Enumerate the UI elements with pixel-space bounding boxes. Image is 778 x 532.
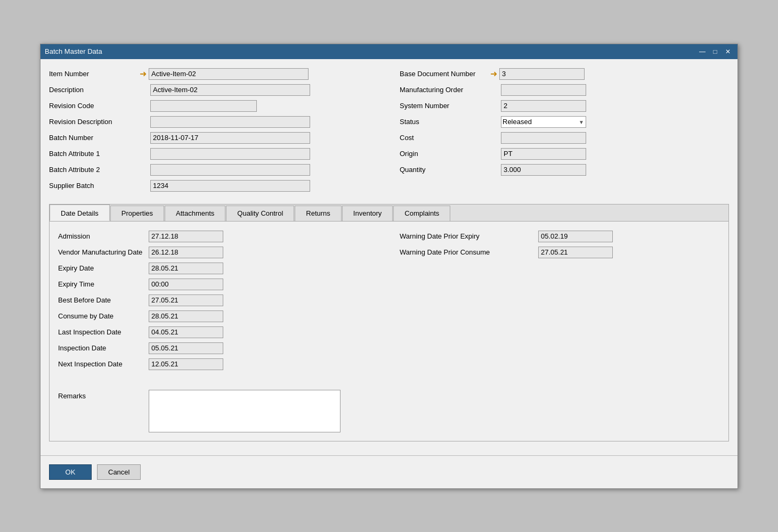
tabs-container: Date Details Properties Attachments Qual… — [49, 204, 729, 441]
date-details-right: Warning Date Prior Expiry Warning Date P… — [400, 230, 720, 374]
warning-date-prior-consume-row: Warning Date Prior Consume — [400, 246, 720, 259]
status-select[interactable]: Released Locked Restricted — [501, 116, 586, 128]
batch-number-label: Batch Number — [49, 134, 140, 142]
origin-row: Origin — [400, 148, 729, 160]
status-select-wrapper: Released Locked Restricted — [501, 116, 586, 128]
warning-date-prior-consume-input[interactable] — [538, 247, 613, 258]
batch-attribute1-input[interactable] — [150, 148, 310, 160]
vendor-manufacturing-date-label: Vendor Manufacturing Date — [58, 248, 149, 256]
tab-returns[interactable]: Returns — [295, 206, 342, 221]
manufacturing-order-row: Manufacturing Order — [400, 84, 729, 96]
remarks-label: Remarks — [58, 390, 149, 400]
supplier-batch-label: Supplier Batch — [49, 182, 140, 190]
window-controls: — □ ✕ — [697, 47, 733, 56]
origin-input[interactable] — [501, 148, 586, 160]
admission-row: Admission — [58, 230, 378, 243]
tab-inventory[interactable]: Inventory — [342, 206, 393, 221]
tab-date-details[interactable]: Date Details — [50, 204, 110, 221]
manufacturing-order-input[interactable] — [501, 84, 586, 96]
remarks-section: Remarks — [58, 390, 720, 432]
item-number-input[interactable] — [149, 68, 309, 80]
warning-date-prior-expiry-label: Warning Date Prior Expiry — [400, 232, 538, 240]
status-label: Status — [400, 118, 490, 126]
tabs-header: Date Details Properties Attachments Qual… — [50, 204, 728, 222]
base-document-arrow-icon: ➜ — [490, 69, 497, 79]
consume-by-date-label: Consume by Date — [58, 312, 149, 320]
cost-input[interactable] — [501, 132, 586, 144]
main-content: Item Number ➜ Description Revision Code … — [40, 59, 738, 455]
inspection-date-label: Inspection Date — [58, 344, 149, 352]
warning-date-prior-expiry-input[interactable] — [538, 231, 613, 242]
warning-date-prior-consume-label: Warning Date Prior Consume — [400, 248, 538, 256]
batch-attribute1-label: Batch Attribute 1 — [49, 150, 140, 158]
footer: OK Cancel — [40, 456, 738, 488]
form-left-column: Item Number ➜ Description Revision Code … — [49, 68, 378, 195]
supplier-batch-input[interactable] — [150, 180, 310, 192]
tab-attachments[interactable]: Attachments — [165, 206, 225, 221]
revision-description-input[interactable] — [150, 116, 310, 128]
last-inspection-date-label: Last Inspection Date — [58, 328, 149, 336]
close-button[interactable]: ✕ — [723, 47, 733, 56]
batch-attribute2-label: Batch Attribute 2 — [49, 166, 140, 174]
item-number-arrow-icon: ➜ — [140, 69, 147, 79]
minimize-button[interactable]: — — [697, 47, 708, 56]
next-inspection-date-input[interactable] — [149, 358, 223, 370]
manufacturing-order-label: Manufacturing Order — [400, 86, 490, 94]
admission-label: Admission — [58, 232, 149, 240]
expiry-time-input[interactable] — [149, 279, 223, 290]
quantity-label: Quantity — [400, 166, 490, 174]
revision-description-label: Revision Description — [49, 118, 140, 126]
consume-by-date-input[interactable] — [149, 310, 223, 322]
batch-number-input[interactable] — [150, 132, 310, 144]
base-document-label: Base Document Number — [400, 70, 490, 78]
last-inspection-date-input[interactable] — [149, 326, 223, 338]
revision-code-input[interactable] — [150, 100, 257, 112]
tab-quality-control[interactable]: Quality Control — [226, 206, 294, 221]
description-label: Description — [49, 86, 140, 94]
batch-attribute2-input[interactable] — [150, 164, 310, 176]
system-number-input[interactable] — [501, 100, 586, 112]
expiry-date-input[interactable] — [149, 263, 223, 274]
inspection-date-row: Inspection Date — [58, 342, 378, 355]
cancel-button[interactable]: Cancel — [97, 464, 141, 480]
revision-code-label: Revision Code — [49, 102, 140, 110]
best-before-date-row: Best Before Date — [58, 294, 378, 307]
expiry-date-row: Expiry Date — [58, 262, 378, 275]
quantity-row: Quantity — [400, 163, 729, 176]
remarks-textarea[interactable] — [149, 390, 341, 432]
best-before-date-label: Best Before Date — [58, 296, 149, 304]
tab-properties[interactable]: Properties — [110, 206, 164, 221]
origin-label: Origin — [400, 150, 490, 158]
vendor-manufacturing-date-input[interactable] — [149, 247, 223, 258]
status-row: Status Released Locked Restricted — [400, 116, 729, 128]
inspection-date-input[interactable] — [149, 342, 223, 354]
expiry-time-row: Expiry Time — [58, 278, 378, 291]
window-title: Batch Master Data — [45, 47, 102, 55]
system-number-row: System Number — [400, 100, 729, 112]
item-number-label: Item Number — [49, 70, 140, 78]
ok-button[interactable]: OK — [49, 464, 92, 480]
best-before-date-input[interactable] — [149, 294, 223, 306]
tab-complaints[interactable]: Complaints — [393, 206, 450, 221]
revision-code-row: Revision Code — [49, 100, 378, 112]
tab-content-date-details: Admission Vendor Manufacturing Date Expi… — [50, 222, 728, 441]
form-right-column: Base Document Number ➜ Manufacturing Ord… — [400, 68, 729, 195]
batch-attribute1-row: Batch Attribute 1 — [49, 148, 378, 160]
next-inspection-date-label: Next Inspection Date — [58, 360, 149, 368]
maximize-button[interactable]: □ — [710, 47, 720, 56]
vendor-manufacturing-date-row: Vendor Manufacturing Date — [58, 246, 378, 259]
cost-label: Cost — [400, 134, 490, 142]
batch-master-data-window: Batch Master Data — □ ✕ Item Number ➜ De… — [40, 44, 738, 489]
system-number-label: System Number — [400, 102, 490, 110]
base-document-input[interactable] — [499, 68, 585, 80]
description-input[interactable] — [150, 84, 310, 96]
base-document-row: Base Document Number ➜ — [400, 68, 729, 80]
title-bar: Batch Master Data — □ ✕ — [40, 44, 738, 59]
cost-row: Cost — [400, 132, 729, 144]
warning-date-prior-expiry-row: Warning Date Prior Expiry — [400, 230, 720, 243]
consume-by-date-row: Consume by Date — [58, 310, 378, 323]
quantity-input[interactable] — [501, 164, 586, 176]
supplier-batch-row: Supplier Batch — [49, 179, 378, 192]
admission-input[interactable] — [149, 231, 223, 242]
item-number-row: Item Number ➜ — [49, 68, 378, 80]
